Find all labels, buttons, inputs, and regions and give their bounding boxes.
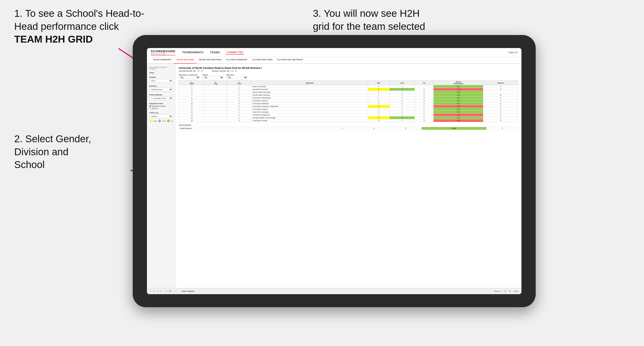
paste-btn[interactable]: ⧉ xyxy=(166,290,167,293)
top100-radio[interactable]: Top 100 xyxy=(149,108,173,109)
cell-opponent: Florida State University xyxy=(252,94,368,97)
subnav-player-summary[interactable]: PLAYER SUMMARY xyxy=(224,57,250,64)
conference-filter: Opponents: Conference (All) xyxy=(179,74,200,79)
cell-rank: 10 xyxy=(179,102,205,105)
table-row: 8 2 University of Washington 1 0 0 3.67 … xyxy=(179,97,518,99)
cell-conf: 3 xyxy=(227,108,252,111)
cell-loss: 1 xyxy=(390,119,414,122)
sign-out-link[interactable]: | Sign out xyxy=(508,51,518,54)
cell-out-loss: 0 xyxy=(358,127,390,130)
cell-loss: 1 xyxy=(390,91,414,94)
table-row: 13 1 Texas Tech University 3 0 0 5.56 9 xyxy=(179,111,518,114)
th-rounds: Rounds xyxy=(483,81,518,85)
cell-out-rounds: 3 xyxy=(486,127,518,130)
subnav-team-h2h-grid[interactable]: TEAM H2H GRID xyxy=(174,57,196,64)
region-filter: Region (All) xyxy=(202,74,224,79)
sidebar: Last Updated: 27/03/2024 16:55:38 Team G… xyxy=(147,64,176,288)
school-select[interactable]: 1. University of Nort... xyxy=(149,97,173,100)
annotation-top-right-text: 3. You will now see H2H grid for the tea… xyxy=(313,8,425,32)
cell-rounds xyxy=(483,91,518,94)
cell-diff: -1.00 xyxy=(434,114,483,116)
conference-select[interactable]: (All) xyxy=(179,76,200,79)
grid-btn[interactable]: ⊞ xyxy=(509,290,511,292)
cell-loss: 2 xyxy=(390,114,414,116)
share-btn[interactable]: Share xyxy=(514,290,518,292)
cell-diff: 9.00 xyxy=(434,99,483,102)
table-row: 10 5 University of Alabama 3 0 0 2.61 8 xyxy=(179,102,518,105)
comment-btn[interactable]: 💬 xyxy=(504,290,506,292)
cell-rounds: 3 xyxy=(483,108,518,111)
cell-loss: 5 xyxy=(390,116,414,119)
color-swatches: Down Level Up xyxy=(149,120,173,122)
subnav-team-h2h-heatmap[interactable]: TEAM H2H HEATMAP xyxy=(196,57,224,64)
sidebar-opponent-view-label: Opponent View xyxy=(149,102,173,105)
redo-btn[interactable]: ↪ xyxy=(153,290,155,292)
annotation-bottom-left-text: 2. Select Gender, Division and School xyxy=(14,133,91,170)
table-row: 14 2 University of Oklahoma 1 2 0 -1.00 … xyxy=(179,114,518,116)
gender-select[interactable]: Men's xyxy=(149,79,173,83)
subnav-player-h2h-heatmap[interactable]: PLAYER H2H HEATMAP xyxy=(275,57,305,64)
nav-tournaments[interactable]: TOURNAMENTS xyxy=(181,50,204,55)
cell-diff: 2.29 xyxy=(434,91,483,94)
subnav-team-summary[interactable]: TEAM SUMMARY xyxy=(151,57,174,64)
logo-text: SCOREBOARD xyxy=(151,49,176,53)
radio-dot-played xyxy=(149,105,151,107)
cell-rank: 15 xyxy=(179,116,205,119)
undo-btn[interactable]: ↩ xyxy=(150,290,152,292)
cell-opponent: Texas Tech University xyxy=(252,111,368,114)
forward-btn[interactable]: ▷ xyxy=(160,290,162,292)
cell-diff: 1.83 xyxy=(434,94,483,97)
cell-tie: 0 xyxy=(414,105,433,108)
cell-rounds: 3 xyxy=(483,105,518,108)
region-select[interactable]: (All) xyxy=(202,76,224,79)
cell-reg xyxy=(205,85,227,88)
cell-tie: 0 xyxy=(414,102,433,105)
toolbar-right: Watch ▾ 💬 ⊞ Share xyxy=(494,290,518,292)
cell-loss: 0 xyxy=(390,97,414,99)
cell-rank: 12 xyxy=(179,108,205,111)
format-btn[interactable]: ⌧ xyxy=(169,290,171,292)
swatch-up xyxy=(167,120,170,122)
annotation-bold-text: TEAM H2H GRID xyxy=(14,34,93,45)
cell-reg xyxy=(205,119,227,122)
cell-diff: 3.67 xyxy=(434,97,483,99)
opponent-played-radio[interactable]: Opponents Played xyxy=(149,105,173,107)
cell-reg xyxy=(205,108,227,111)
annotation-top-right: 3. You will now see H2H grid for the tea… xyxy=(313,7,425,33)
filter-row: Opponents: Conference (All) Region (All) xyxy=(179,74,518,79)
cell-out-win: 1 xyxy=(326,127,358,130)
cell-conf: 4 xyxy=(227,116,252,119)
cell-loss: 0 xyxy=(390,99,414,102)
overall-record: Overall Record: 89 - 17 - 0 xyxy=(179,70,202,72)
cell-diff: 1.67 xyxy=(434,85,483,88)
clock-btn[interactable]: 🕐 xyxy=(175,290,178,292)
opponent-view-radio-group: Opponents Played Top 100 xyxy=(149,105,173,109)
nav-teams[interactable]: TEAMS xyxy=(209,50,221,55)
cell-conf: 3 xyxy=(227,119,252,122)
subnav-player-h2h-grid[interactable]: PLAYER H2H GRID xyxy=(250,57,275,64)
watch-btn[interactable]: Watch ▾ xyxy=(494,290,501,292)
cell-conf: 3 xyxy=(227,99,252,102)
h2h-title: University of North Carolina Head-to-Hea… xyxy=(179,66,518,69)
sidebar-school-label: School (Rank) xyxy=(149,94,173,96)
cell-out-tie: 0 xyxy=(390,127,422,130)
cell-tie: 0 xyxy=(414,99,433,102)
cell-win: 0 xyxy=(368,88,390,91)
nav-committee[interactable]: COMMITTEE xyxy=(226,50,244,55)
top-navigation: SCOREBOARD Powered by clippi TOURNAMENTS… xyxy=(147,48,522,57)
opponent-select[interactable]: (All) xyxy=(226,76,248,79)
cell-conf: 1 xyxy=(227,91,252,94)
cell-reg xyxy=(205,97,227,99)
opponent-played-label: Opponents Played xyxy=(152,105,166,107)
cell-tie xyxy=(414,85,433,88)
back-btn[interactable]: ◁ xyxy=(157,290,158,292)
colour-select[interactable]: Win/loss xyxy=(149,115,173,118)
view-label[interactable]: View: Original xyxy=(182,290,194,292)
division-select[interactable]: NCAA Division I xyxy=(149,88,173,91)
logo-bar xyxy=(151,55,176,55)
cell-conf: 2 xyxy=(227,88,252,91)
cell-loss: 0 xyxy=(390,102,414,105)
table-row: 9 3 University of Arizona 1 0 0 9.00 2 xyxy=(179,99,518,102)
cell-tie: 0 xyxy=(414,108,433,111)
sidebar-opponent-view-section: Opponent View Opponents Played Top 100 xyxy=(149,102,173,109)
